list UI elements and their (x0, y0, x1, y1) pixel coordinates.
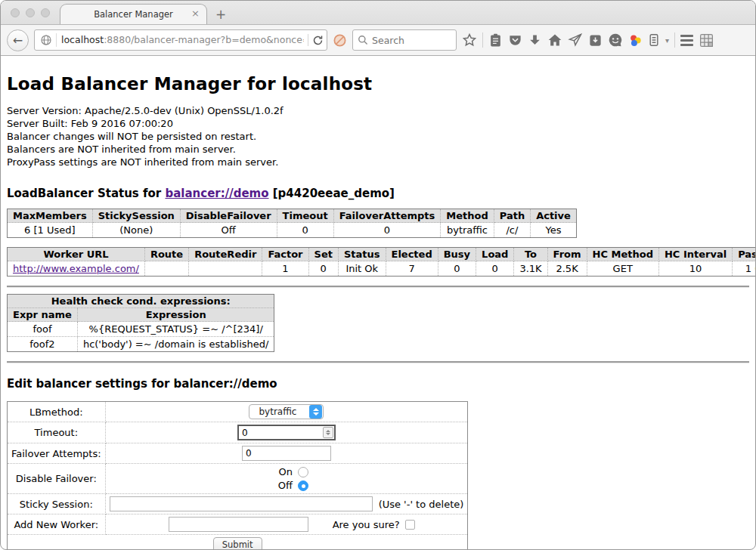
cell-elected: 7 (386, 261, 438, 277)
back-button[interactable]: ← (7, 29, 29, 51)
table-row: http://www.example.com/ 1 0 Init Ok 7 0 … (8, 261, 756, 277)
form-row-lbmethod: LBmethod: bytraffic (8, 402, 468, 422)
cell-expression: %{REQUEST_STATUS} =~ /^[234]/ (77, 322, 274, 337)
sidebar-list-icon[interactable] (648, 32, 660, 48)
close-window-button[interactable] (11, 8, 20, 17)
url-bar[interactable]: localhost:8880/balancer-manager?b=demo&n… (34, 29, 327, 51)
grid-extension-icon[interactable] (699, 32, 714, 48)
feedback-smiley-icon[interactable] (608, 32, 623, 48)
timeout-input[interactable] (237, 425, 336, 440)
form-row-timeout: Timeout: (8, 422, 468, 443)
col-busy: Busy (438, 248, 476, 261)
cell-expression: hc('body') =~ /domain is established/ (77, 337, 274, 352)
timeout-label: Timeout: (8, 422, 106, 443)
submit-button[interactable]: Submit (213, 537, 262, 550)
col-hc-interval: HC Interval (658, 248, 732, 261)
tab-close-icon[interactable]: × (191, 8, 200, 18)
cell-disablefailover: Off (180, 223, 277, 238)
save-to-device-icon[interactable] (588, 33, 603, 48)
col-set: Set (308, 248, 338, 261)
disable-failover-off-radio[interactable] (298, 480, 308, 491)
sticky-delete-hint: (Use '-' to delete) (379, 499, 464, 510)
form-row-failover: Failover Attempts: (8, 443, 468, 464)
chevron-down-icon[interactable]: ▾ (665, 36, 669, 45)
col-path: Path (494, 209, 530, 223)
search-input[interactable] (372, 35, 444, 46)
cell-from: 2.5K (547, 261, 587, 277)
toolbar-divider-2 (674, 32, 675, 48)
cell-factor: 1 (262, 261, 308, 277)
server-version-line: Server Version: Apache/2.5.0-dev (Unix) … (7, 104, 749, 117)
cell-maxmembers: 6 [1 Used] (8, 223, 93, 238)
cell-routeredir (189, 261, 262, 277)
health-check-table: Health check cond. expressions: Expr nam… (7, 294, 274, 352)
cell-method: bytraffic (441, 223, 494, 238)
lbmethod-selected-value: bytraffic (257, 406, 308, 417)
col-hc-method: HC Method (587, 248, 658, 261)
content-blocked-icon[interactable] (333, 33, 347, 48)
col-maxmembers: MaxMembers (8, 209, 93, 223)
new-tab-button[interactable]: + (215, 7, 226, 22)
table-row: foof2 hc('body') =~ /domain is establish… (8, 337, 274, 352)
url-input[interactable]: localhost:8880/balancer-manager?b=demo&n… (56, 33, 304, 47)
col-factor: Factor (262, 248, 308, 261)
cell-set: 0 (308, 261, 338, 277)
page-content: Load Balancer Manager for localhost Serv… (1, 56, 755, 550)
color-dots-extension-icon[interactable] (628, 33, 643, 48)
col-stickysession: StickySession (92, 209, 180, 223)
col-expression: Expression (77, 308, 274, 322)
form-row-submit: Submit (8, 535, 468, 550)
col-timeout: Timeout (277, 209, 333, 223)
bookmark-star-icon[interactable] (462, 32, 477, 48)
status-heading-prefix: LoadBalancer Status for (7, 187, 165, 200)
col-expr-name: Expr name (8, 308, 78, 322)
col-passes: Passes (733, 248, 756, 261)
toolbar-divider (482, 32, 483, 48)
form-row-disable-failover: Disable Failover: On Off (8, 464, 468, 494)
download-icon[interactable] (528, 33, 542, 48)
minimize-window-button[interactable] (26, 8, 35, 17)
browser-window: Balancer Manager × + ← localhost:8880/ba… (0, 0, 756, 550)
menu-icon[interactable] (680, 35, 693, 46)
edit-settings-heading: Edit balancer settings for balancer://de… (7, 377, 749, 391)
cell-busy: 0 (438, 261, 476, 277)
add-worker-input[interactable] (169, 517, 308, 532)
persist-note-line: Balancer changes will NOT be persisted o… (7, 130, 749, 143)
cell-failoverattempts: 0 (333, 223, 441, 238)
tab-title: Balancer Manager (94, 9, 173, 20)
table-row: 6 [1 Used] (None) Off 0 0 bytraffic /c/ … (8, 223, 577, 238)
tab-balancer-manager[interactable]: Balancer Manager × (60, 4, 207, 24)
failover-attempts-input[interactable] (242, 446, 331, 461)
urlbar-divider (308, 34, 308, 46)
cell-timeout: 0 (277, 223, 333, 238)
form-row-sticky: Sticky Session: (Use '-' to delete) (8, 494, 468, 514)
pocket-icon[interactable] (508, 33, 522, 48)
bookmarks-clipboard-icon[interactable] (488, 33, 503, 48)
reload-icon[interactable] (312, 35, 324, 46)
home-icon[interactable] (547, 32, 562, 48)
number-spinner-icon[interactable] (323, 427, 333, 438)
worker-url-link[interactable]: http://www.example.com/ (13, 263, 139, 274)
col-status: Status (338, 248, 386, 261)
balancer-demo-link[interactable]: balancer://demo (165, 187, 268, 200)
sticky-session-input[interactable] (110, 496, 373, 511)
zoom-window-button[interactable] (41, 8, 50, 17)
status-heading-suffix: [p4420eeae_demo] (269, 187, 395, 200)
table-header-row: Expr name Expression (8, 308, 274, 322)
are-you-sure-label: Are you sure? (333, 519, 400, 530)
search-icon (358, 35, 368, 45)
cell-path: /c/ (494, 223, 530, 238)
cell-to: 3.1K (514, 261, 547, 277)
worker-table: Worker URL Route RouteRedir Factor Set S… (7, 247, 756, 277)
edit-balancer-form: LBmethod: bytraffic Timeout: (7, 401, 468, 550)
lbmethod-select[interactable]: bytraffic (249, 404, 324, 419)
server-built-line: Server Built: Feb 9 2016 07:00:20 (7, 117, 749, 130)
traffic-lights (11, 8, 50, 17)
disable-failover-on-radio[interactable] (298, 467, 308, 477)
are-you-sure-checkbox[interactable] (405, 520, 415, 530)
server-info: Server Version: Apache/2.5.0-dev (Unix) … (7, 104, 749, 168)
search-bar[interactable] (352, 29, 457, 51)
radio-off-label: Off (263, 480, 293, 491)
send-plane-icon[interactable] (568, 32, 583, 48)
add-worker-label: Add New Worker: (8, 514, 106, 535)
